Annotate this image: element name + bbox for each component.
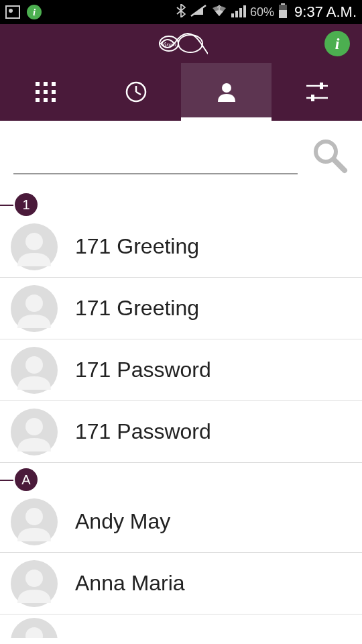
infinity-icon: Virgin: [154, 30, 208, 57]
svg-rect-16: [44, 90, 48, 94]
contact-item[interactable]: 171 Password: [0, 339, 362, 401]
svg-point-42: [25, 570, 43, 587]
search-input[interactable]: [13, 148, 298, 174]
avatar-icon: [11, 409, 58, 455]
person-icon: [215, 80, 238, 103]
battery-pct: 60%: [250, 5, 274, 19]
wifi-icon: [211, 4, 227, 21]
contact-item[interactable]: Andy May: [0, 491, 362, 553]
svg-point-24: [222, 83, 231, 93]
svg-rect-8: [279, 10, 287, 18]
avatar-icon: [11, 560, 58, 607]
status-bar: i 60% 9:37 A.M.: [0, 0, 362, 24]
section-line: [0, 205, 13, 206]
search-row: [0, 121, 362, 188]
svg-rect-19: [44, 98, 48, 102]
section-marker: A: [0, 468, 362, 491]
svg-rect-28: [311, 95, 314, 101]
tab-dialpad[interactable]: [0, 63, 90, 121]
contact-name: Anna Maria: [75, 571, 185, 596]
avatar-icon: [11, 285, 58, 332]
sliders-icon: [305, 80, 329, 103]
avatar-icon: [11, 618, 58, 638]
section-marker: 1: [0, 193, 362, 216]
contact-name: 171 Greeting: [75, 296, 199, 321]
clock: 9:37 A.M.: [294, 3, 357, 21]
contact-name: 171 Password: [75, 358, 211, 382]
svg-rect-5: [243, 5, 246, 17]
svg-rect-14: [52, 82, 56, 86]
svg-rect-6: [281, 3, 285, 5]
avatar-icon: [11, 347, 58, 394]
svg-point-40: [25, 508, 43, 525]
avatar-icon: [11, 498, 58, 545]
section-badge: A: [15, 468, 38, 491]
contact-list: Andy May Anna Maria: [0, 491, 362, 641]
status-left: i: [5, 5, 42, 19]
dialpad-icon: [34, 80, 57, 103]
battery-icon: [278, 3, 288, 21]
contact-name: 171 Greeting: [75, 234, 199, 259]
svg-point-34: [25, 294, 43, 312]
svg-rect-18: [36, 98, 40, 102]
svg-point-38: [25, 418, 43, 435]
section-badge: 1: [15, 193, 38, 216]
svg-point-10: [178, 35, 202, 52]
svg-rect-2: [231, 13, 234, 17]
contact-name: 171 Password: [75, 419, 211, 444]
svg-rect-27: [320, 83, 323, 89]
svg-rect-13: [44, 82, 48, 86]
search-icon: [311, 137, 349, 174]
tab-settings[interactable]: [272, 63, 362, 121]
clock-icon: [125, 80, 147, 103]
contact-list: 171 Greeting 171 Greeting 171 Password 1…: [0, 216, 362, 463]
svg-rect-17: [52, 90, 56, 94]
avatar-icon: [11, 223, 58, 270]
svg-text:Virgin: Virgin: [162, 41, 176, 48]
svg-rect-15: [36, 90, 40, 94]
picture-icon: [5, 5, 20, 19]
contact-item[interactable]: Anna Maria: [0, 553, 362, 614]
vibrate-icon: [190, 4, 207, 21]
tab-contacts[interactable]: [181, 63, 272, 121]
info-icon: i: [27, 5, 42, 19]
contact-item[interactable]: [0, 614, 362, 641]
bluetooth-icon: [176, 4, 186, 21]
app-header: Virgin i: [0, 24, 362, 63]
svg-rect-3: [235, 11, 238, 17]
svg-point-32: [25, 233, 43, 250]
brand-logo: Virgin: [154, 30, 208, 57]
status-right: 60% 9:37 A.M.: [176, 3, 357, 21]
tab-bar: [0, 63, 362, 121]
svg-point-36: [25, 356, 43, 374]
contact-item[interactable]: 171 Greeting: [0, 278, 362, 339]
svg-line-30: [334, 160, 345, 170]
signal-icon: [231, 4, 246, 21]
header-info-button[interactable]: i: [324, 31, 350, 56]
svg-rect-20: [52, 98, 56, 102]
search-button[interactable]: [311, 137, 349, 174]
svg-rect-4: [239, 8, 242, 17]
svg-rect-12: [36, 82, 40, 86]
svg-line-23: [136, 92, 141, 95]
contact-item[interactable]: 171 Password: [0, 401, 362, 463]
contact-name: Andy May: [75, 509, 170, 534]
contact-item[interactable]: 171 Greeting: [0, 216, 362, 278]
tab-recents[interactable]: [90, 63, 181, 121]
section-line: [0, 480, 13, 481]
